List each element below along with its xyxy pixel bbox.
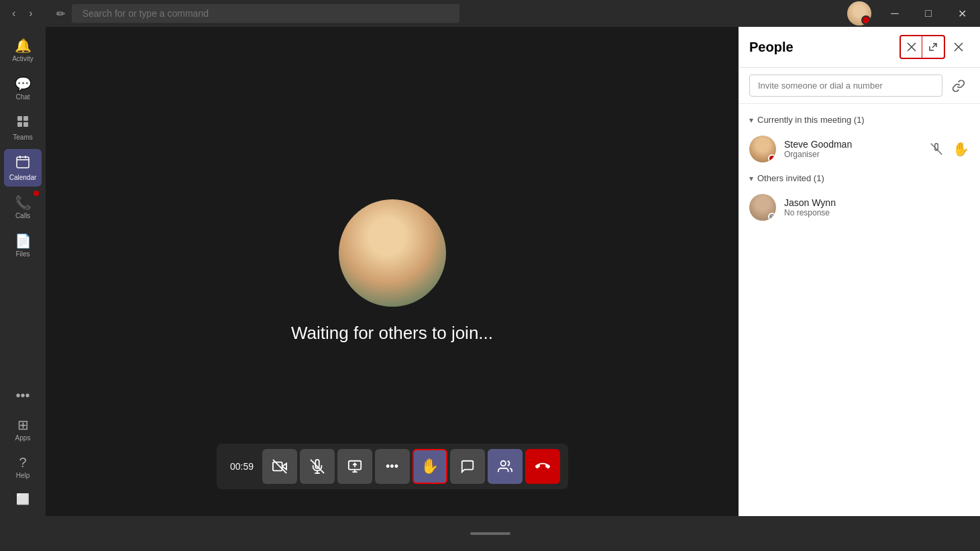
section-header-others[interactable]: ▾ Others invited (1): [739, 168, 980, 189]
sidebar-item-chat[interactable]: 💬 Chat: [4, 70, 42, 106]
more-icon: •••: [15, 388, 30, 403]
sidebar: 🔔 Activity 💬 Chat Teams: [0, 27, 46, 516]
more-options-button[interactable]: •••: [375, 449, 410, 484]
mute-button[interactable]: [300, 449, 335, 484]
help-icon: ?: [19, 455, 26, 470]
person-info-steve: Steve Goodman Organiser: [784, 139, 918, 159]
teams-icon: [15, 114, 30, 132]
section-label: Currently in this meeting (1): [757, 115, 865, 125]
search-bar: [72, 4, 459, 23]
person-name-jason: Jason Wynn: [784, 197, 969, 208]
call-timer: 00:59: [225, 449, 260, 484]
minimize-button[interactable]: ─: [879, 3, 910, 24]
people-content: ▾ Currently in this meeting (1) Steve Go…: [739, 104, 980, 516]
people-panel: People: [739, 27, 980, 516]
apps-icon: ⊞: [17, 417, 29, 433]
avatar-face: [847, 1, 871, 26]
nav-controls: ‹ ›: [0, 5, 45, 22]
people-button[interactable]: [488, 449, 523, 484]
panel-btn-group: [900, 35, 945, 59]
sidebar-item-label: Activity: [12, 55, 34, 62]
person-info-jason: Jason Wynn No response: [784, 197, 969, 217]
avatar-steve: [749, 136, 776, 162]
sidebar-item-label: Calls: [15, 212, 30, 219]
video-toggle-button[interactable]: [262, 449, 297, 484]
svg-point-14: [500, 461, 505, 466]
search-input[interactable]: [72, 4, 459, 23]
sidebar-help-label: Help: [16, 472, 30, 479]
raise-hand-button[interactable]: ✋: [413, 449, 447, 484]
window-controls: ─ □ ✕: [879, 3, 977, 24]
end-call-button[interactable]: [525, 449, 560, 484]
sidebar-apps-label: Apps: [15, 434, 31, 442]
participant-avatar-image: [339, 199, 446, 307]
maximize-button[interactable]: □: [913, 3, 944, 24]
panel-minimize-button[interactable]: [901, 36, 922, 58]
panel-popout-button[interactable]: [922, 36, 944, 58]
chat-icon: 💬: [15, 76, 32, 92]
device-icon: ⬜: [16, 493, 30, 505]
person-row-jason[interactable]: Jason Wynn No response: [739, 189, 980, 226]
participant-avatar: [339, 199, 446, 307]
sidebar-item-label: Teams: [13, 134, 32, 141]
svg-line-20: [931, 144, 942, 155]
person-status-steve: Organiser: [784, 150, 918, 159]
status-badge-jason: [768, 213, 776, 221]
panel-close-button[interactable]: [948, 36, 969, 58]
share-screen-button[interactable]: [337, 449, 372, 484]
close-button[interactable]: ✕: [946, 3, 977, 24]
compose-button[interactable]: ✏: [50, 3, 72, 24]
svg-rect-4: [17, 157, 29, 168]
chevron-down-icon: ▾: [749, 115, 753, 125]
chat-button[interactable]: [450, 449, 485, 484]
call-controls: 00:59: [217, 444, 568, 489]
bottom-indicator: [470, 532, 510, 535]
person-status-jason: No response: [784, 208, 969, 217]
panel-header: People: [739, 27, 980, 68]
activity-icon: 🔔: [15, 38, 32, 54]
svg-rect-0: [17, 116, 22, 121]
svg-rect-2: [17, 122, 22, 127]
invite-input[interactable]: [749, 74, 942, 97]
status-badge-steve: [768, 154, 776, 162]
more-dots-icon: •••: [386, 460, 398, 474]
section-header-in-meeting[interactable]: ▾ Currently in this meeting (1): [739, 109, 980, 130]
calls-badge: [34, 191, 39, 196]
sidebar-item-apps[interactable]: ⊞ Apps: [4, 411, 42, 447]
sidebar-item-help[interactable]: ? Help: [4, 450, 42, 485]
panel-header-buttons: [900, 35, 969, 59]
section-label-others: Others invited (1): [757, 173, 824, 183]
sidebar-item-activity[interactable]: 🔔 Activity: [4, 32, 42, 68]
person-name-steve: Steve Goodman: [784, 139, 918, 150]
sidebar-item-calendar[interactable]: Calendar: [4, 149, 42, 187]
avatar-jason: [749, 194, 776, 221]
invite-link-button[interactable]: [948, 75, 969, 97]
sidebar-item-label: Chat: [15, 93, 30, 101]
person-row-steve[interactable]: Steve Goodman Organiser ✋: [739, 130, 980, 168]
svg-rect-1: [23, 116, 28, 121]
video-area: Waiting for others to join... 00:59: [46, 27, 739, 516]
invite-bar: [739, 68, 980, 104]
calendar-icon: [15, 154, 30, 172]
forward-button[interactable]: ›: [25, 5, 36, 22]
svg-rect-3: [23, 122, 28, 127]
hand-icon: ✋: [421, 458, 439, 475]
sidebar-item-device[interactable]: ⬜: [4, 487, 42, 511]
sidebar-item-files[interactable]: 📄 Files: [4, 228, 42, 263]
avatar[interactable]: [847, 1, 871, 26]
sidebar-item-label: Calendar: [9, 174, 37, 181]
files-icon: 📄: [15, 233, 32, 249]
hand-raised-icon-steve: ✋: [952, 141, 969, 157]
sidebar-item-more[interactable]: •••: [4, 383, 42, 409]
chevron-down-icon-others: ▾: [749, 174, 753, 183]
back-button[interactable]: ‹: [8, 5, 19, 22]
sidebar-item-teams[interactable]: Teams: [4, 109, 42, 146]
person-actions-steve: ✋: [926, 138, 969, 160]
mute-steve-button[interactable]: [926, 138, 947, 160]
sidebar-item-label: Files: [15, 250, 30, 258]
bottom-bar: [0, 516, 980, 551]
sidebar-item-calls[interactable]: 📞 Calls: [4, 189, 42, 225]
svg-line-17: [932, 44, 936, 48]
titlebar: ‹ › ✏ ─ □ ✕: [0, 0, 980, 27]
waiting-text: Waiting for others to join...: [291, 323, 493, 344]
